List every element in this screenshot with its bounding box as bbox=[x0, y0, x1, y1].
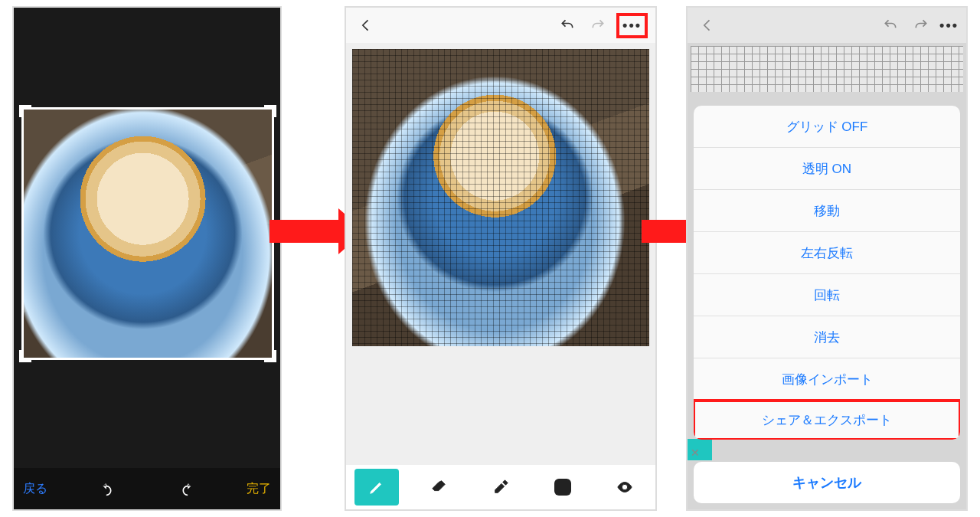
panel-crop-original: 戻る 完了 bbox=[12, 6, 282, 511]
tool-toolbar bbox=[346, 465, 655, 509]
eye-icon[interactable] bbox=[603, 469, 647, 506]
rotate-left-icon[interactable] bbox=[96, 475, 123, 502]
more-icon[interactable]: ••• bbox=[622, 18, 642, 33]
rotate-right-icon[interactable] bbox=[171, 475, 198, 502]
crop-frame[interactable] bbox=[21, 107, 274, 360]
editor-topbar-dimmed: ••• bbox=[688, 8, 966, 43]
source-photo bbox=[24, 110, 272, 358]
menu-grid-off[interactable]: グリッド OFF bbox=[694, 106, 960, 148]
cancel-button[interactable]: キャンセル bbox=[694, 462, 960, 503]
menu-share-export[interactable]: シェア＆エクスポート bbox=[694, 399, 960, 440]
grid-overlay bbox=[352, 49, 649, 346]
crop-toolbar: 戻る 完了 bbox=[14, 468, 280, 509]
eyedropper-tool[interactable] bbox=[479, 469, 523, 506]
panel-pixel-editor: ••• bbox=[345, 6, 657, 511]
menu-flip-horizontal[interactable]: 左右反転 bbox=[694, 232, 960, 274]
menu-transparent-on[interactable]: 透明 ON bbox=[694, 148, 960, 190]
menu-erase[interactable]: 消去 bbox=[694, 316, 960, 358]
more-icon: ••• bbox=[939, 18, 959, 34]
menu-move[interactable]: 移動 bbox=[694, 190, 960, 232]
undo-icon bbox=[878, 13, 903, 38]
crop-handle-br[interactable] bbox=[264, 350, 276, 362]
back-button[interactable]: 戻る bbox=[23, 481, 47, 497]
back-arrow-icon[interactable] bbox=[354, 13, 378, 38]
redo-icon bbox=[909, 13, 933, 38]
color-chip[interactable] bbox=[541, 469, 585, 506]
crop-handle-tr[interactable] bbox=[264, 105, 276, 117]
pencil-tool[interactable] bbox=[354, 469, 399, 506]
crop-handle-bl[interactable] bbox=[19, 350, 31, 362]
editor-topbar: ••• bbox=[346, 8, 655, 43]
redo-icon bbox=[586, 13, 610, 38]
menu-image-import[interactable]: 画像インポート bbox=[694, 358, 960, 401]
menu-rotate[interactable]: 回転 bbox=[694, 274, 960, 316]
eraser-tool[interactable] bbox=[416, 469, 461, 506]
done-button[interactable]: 完了 bbox=[247, 481, 271, 497]
canvas-peek bbox=[691, 46, 963, 92]
close-icon[interactable]: ✕ bbox=[691, 447, 700, 459]
crop-handle-tl[interactable] bbox=[19, 105, 31, 117]
more-button-highlight: ••• bbox=[616, 13, 648, 38]
back-arrow-icon bbox=[695, 13, 720, 38]
action-sheet: グリッド OFF 透明 ON 移動 左右反転 回転 消去 画像インポート シェア… bbox=[694, 106, 960, 440]
undo-icon[interactable] bbox=[555, 13, 580, 38]
pixel-canvas[interactable] bbox=[352, 49, 649, 346]
panel-menu-sheet: ••• グリッド OFF 透明 ON 移動 左右反転 回転 消去 画像インポート… bbox=[686, 6, 968, 511]
